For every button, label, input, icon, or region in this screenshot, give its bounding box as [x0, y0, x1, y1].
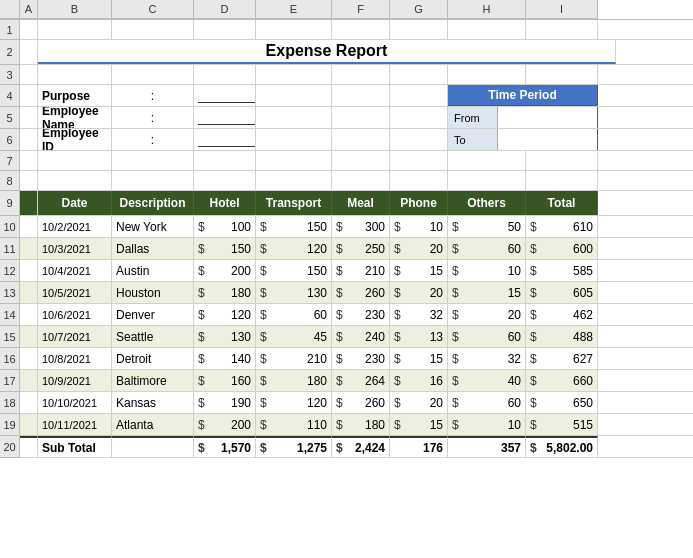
cell-hotel-r2: $200 [194, 260, 256, 281]
cell-transport-r2: $150 [256, 260, 332, 281]
row-8 [20, 171, 693, 191]
cell-g5 [390, 107, 448, 128]
data-row-10: 10/2/2021 New York $100 $150 $300 $10 $5… [20, 216, 693, 238]
cell-date-r2: 10/4/2021 [38, 260, 112, 281]
header-total: Total [526, 191, 598, 215]
row-num-2: 2 [0, 40, 20, 65]
cell-total-r7: $660 [526, 370, 598, 391]
cell-a-r2 [20, 260, 38, 281]
cell-c1 [112, 20, 194, 39]
row-num-20: 20 [0, 436, 20, 458]
sheet-body: 1 2 3 4 5 6 7 8 9 10 11 12 13 14 15 16 1… [0, 20, 693, 458]
cell-a-r8 [20, 392, 38, 413]
cell-date-r5: 10/7/2021 [38, 326, 112, 347]
cell-hotel-r0: $100 [194, 216, 256, 237]
cell-g7 [390, 151, 448, 170]
row-1 [20, 20, 693, 40]
cell-h8 [448, 171, 526, 190]
cell-meal-r0: $300 [332, 216, 390, 237]
cell-b1 [38, 20, 112, 39]
cell-others-r8: $60 [448, 392, 526, 413]
subtotal-row: Sub Total $1,570 $1,275 $2,424 176 357 [20, 436, 693, 458]
cell-e5 [256, 107, 332, 128]
cell-total-r1: $600 [526, 238, 598, 259]
data-row-12: 10/4/2021 Austin $200 $150 $210 $15 $10 … [20, 260, 693, 282]
header-phone: Phone [390, 191, 448, 215]
cell-a-r4 [20, 304, 38, 325]
cell-from-value[interactable] [498, 107, 598, 128]
cell-transport-r5: $45 [256, 326, 332, 347]
cell-c3 [112, 65, 194, 84]
subtotal-label: Sub Total [38, 436, 112, 457]
cell-d7 [194, 151, 256, 170]
cell-total-r3: $605 [526, 282, 598, 303]
row-6: Employee ID : To [20, 129, 693, 151]
cell-f1 [332, 20, 390, 39]
row-num-19: 19 [0, 414, 20, 436]
row-num-5: 5 [0, 107, 20, 129]
cell-desc-r4: Denver [112, 304, 194, 325]
col-header-i: I [526, 0, 598, 19]
cell-purpose-label: Purpose [38, 85, 112, 106]
cell-a8 [20, 171, 38, 190]
cell-a-r7 [20, 370, 38, 391]
cell-a9 [20, 191, 38, 215]
subtotal-others: 357 [448, 436, 526, 457]
data-row-19: 10/11/2021 Atlanta $200 $110 $180 $15 $1… [20, 414, 693, 436]
cell-a3 [20, 65, 38, 84]
row-num-9: 9 [0, 191, 20, 216]
cell-d1 [194, 20, 256, 39]
cell-transport-r7: $180 [256, 370, 332, 391]
cell-f5 [332, 107, 390, 128]
row-2: Expense Report [20, 40, 693, 65]
col-header-d: D [194, 0, 256, 19]
data-row-16: 10/8/2021 Detroit $140 $210 $230 $15 $32… [20, 348, 693, 370]
cell-g4 [390, 85, 448, 106]
row-num-14: 14 [0, 304, 20, 326]
cell-meal-r7: $264 [332, 370, 390, 391]
col-header-f: F [332, 0, 390, 19]
row-num-7: 7 [0, 151, 20, 171]
row-5: Employee Name : From [20, 107, 693, 129]
cell-total-r8: $650 [526, 392, 598, 413]
cell-empname-field[interactable] [194, 107, 256, 128]
cell-to-value[interactable] [498, 129, 598, 150]
row-7 [20, 151, 693, 171]
data-row-18: 10/10/2021 Kansas $190 $120 $260 $20 $60… [20, 392, 693, 414]
title-cell: Expense Report [38, 40, 616, 64]
cell-meal-r8: $260 [332, 392, 390, 413]
cell-a-r5 [20, 326, 38, 347]
row-num-13: 13 [0, 282, 20, 304]
header-date: Date [38, 191, 112, 215]
row-num-10: 10 [0, 216, 20, 238]
row-num-6: 6 [0, 129, 20, 151]
cell-g3 [390, 65, 448, 84]
cell-desc-r3: Houston [112, 282, 194, 303]
header-others: Others [448, 191, 526, 215]
cell-total-r9: $515 [526, 414, 598, 435]
cell-phone-r1: $20 [390, 238, 448, 259]
data-row-17: 10/9/2021 Baltimore $160 $180 $264 $16 $… [20, 370, 693, 392]
cell-total-r4: $462 [526, 304, 598, 325]
cell-meal-r3: $260 [332, 282, 390, 303]
cell-a-r1 [20, 238, 38, 259]
subtotal-total: $5,802.00 [526, 436, 598, 457]
row-headers: 1 2 3 4 5 6 7 8 9 10 11 12 13 14 15 16 1… [0, 20, 20, 458]
cell-others-r4: $20 [448, 304, 526, 325]
cell-hotel-r7: $160 [194, 370, 256, 391]
cell-b7 [38, 151, 112, 170]
cell-others-r6: $32 [448, 348, 526, 369]
cell-phone-r4: $32 [390, 304, 448, 325]
row-num-18: 18 [0, 392, 20, 414]
cell-e6 [256, 129, 332, 150]
cell-f8 [332, 171, 390, 190]
cell-a-r0 [20, 216, 38, 237]
cell-phone-r6: $15 [390, 348, 448, 369]
table-header-row: Date Description Hotel Transport Meal Ph… [20, 191, 693, 216]
cell-transport-r8: $120 [256, 392, 332, 413]
header-description: Description [112, 191, 194, 215]
cell-purpose-field[interactable] [194, 85, 256, 106]
cell-date-r3: 10/5/2021 [38, 282, 112, 303]
cell-empid-field[interactable] [194, 129, 256, 150]
cell-date-r8: 10/10/2021 [38, 392, 112, 413]
